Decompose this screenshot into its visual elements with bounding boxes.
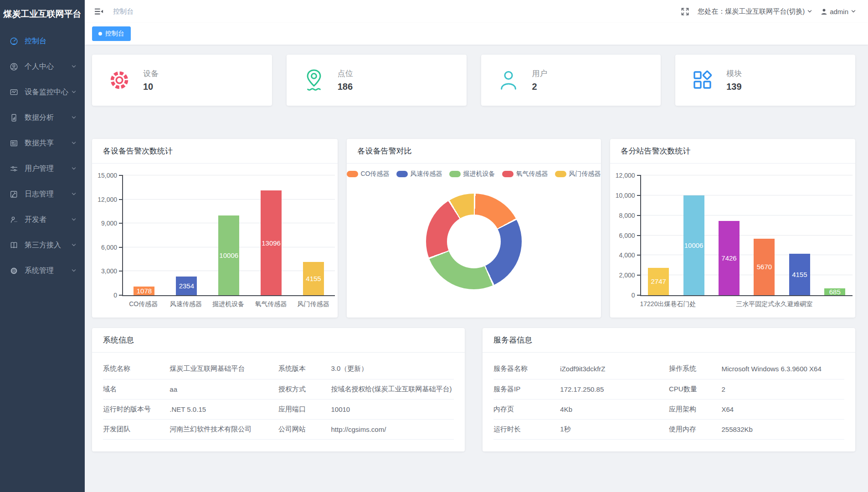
substation-alarm-bar-chart: 02,0004,0006,0008,00010,00012,0002747100… xyxy=(610,175,856,308)
bar[interactable]: 4155 xyxy=(789,254,810,295)
bar[interactable]: 7426 xyxy=(719,221,740,295)
legend-label: 风门传感器 xyxy=(569,170,601,178)
chevron-down-icon xyxy=(71,166,77,171)
stat-card-modules: 模块139 xyxy=(675,55,855,106)
legend-item[interactable]: 风速传感器 xyxy=(396,170,442,178)
sidebar-item-monitor[interactable]: 设备监控中心 xyxy=(0,79,85,105)
x-axis-slot xyxy=(832,300,853,308)
analysis-icon xyxy=(9,113,18,122)
sidebar-item-label: 数据分析 xyxy=(25,113,71,123)
legend-item[interactable]: 风门传感器 xyxy=(555,170,601,178)
stat-card-value: 186 xyxy=(338,82,353,92)
x-axis-slot: 风速传感器 xyxy=(164,300,207,308)
stat-card-label: 设备 xyxy=(143,68,159,79)
chart-title: 各设备告警对比 xyxy=(347,139,601,164)
sidebar-item-thirdparty[interactable]: 第三方接入 xyxy=(0,232,85,258)
info-label: 内存页 xyxy=(493,399,560,419)
bar-value-label: 4155 xyxy=(306,275,321,282)
donut-ring[interactable] xyxy=(426,194,522,289)
info-label: 运行时长 xyxy=(493,419,560,439)
bar[interactable]: 13096 xyxy=(261,190,282,295)
y-axis-tick-mark xyxy=(637,275,641,276)
sidebar-item-label: 数据共享 xyxy=(25,138,71,148)
sidebar-item-profile[interactable]: 个人中心 xyxy=(0,54,85,79)
info-value: 1秒 xyxy=(560,419,669,439)
username: admin xyxy=(830,8,848,15)
logs-icon xyxy=(9,190,18,199)
sidebar-item-logs[interactable]: 日志管理 xyxy=(0,181,85,207)
info-label: 服务器名称 xyxy=(493,359,560,379)
user-menu[interactable]: admin xyxy=(821,8,856,15)
table-row: 内存页4Kb应用架构X64 xyxy=(493,399,844,419)
bars-group: 274710006742656704155685 xyxy=(641,175,853,295)
card-title: 服务器信息 xyxy=(483,328,855,353)
user-avatar-icon xyxy=(821,8,827,15)
substation-alarm-count-chart-card: 各分站告警次数统计 02,0004,0006,0008,00010,00012,… xyxy=(610,139,856,318)
y-axis-tick-label: 6,000 xyxy=(619,232,635,239)
users-icon xyxy=(9,164,18,173)
legend-swatch-icon xyxy=(396,171,408,177)
bar-value-label: 1078 xyxy=(137,287,152,295)
sidebar-item-label: 系统管理 xyxy=(25,266,71,276)
collapse-menu-icon[interactable] xyxy=(94,7,104,16)
x-axis: 17220出煤巷石门处三水平固定式永久避难硐室 xyxy=(640,300,853,308)
bar[interactable]: 10006 xyxy=(218,215,239,295)
sidebar-item-users[interactable]: 用户管理 xyxy=(0,156,85,181)
x-axis-category-label: 风速传感器 xyxy=(170,300,202,308)
bar-chart: 02,0004,0006,0008,00010,00012,0002747100… xyxy=(610,175,856,308)
y-axis-tick-mark xyxy=(637,295,641,296)
bar[interactable]: 5670 xyxy=(754,239,775,295)
table-row: 系统名称煤炭工业互联网基础平台系统版本3.0（更新） xyxy=(103,359,454,379)
bar[interactable]: 685 xyxy=(824,288,845,295)
stat-card-label: 模块 xyxy=(726,68,742,79)
stat-card-value: 139 xyxy=(726,82,742,92)
tab-console[interactable]: 控制台 xyxy=(92,26,131,41)
x-axis-slot: CO传感器 xyxy=(122,300,164,308)
stat-card-pin: 点位186 xyxy=(287,55,467,106)
x-axis-slot: 风门传感器 xyxy=(292,300,334,308)
sidebar-item-developer[interactable]: 开发者 xyxy=(0,207,85,232)
plot-area: 02,0004,0006,0008,00010,00012,0002747100… xyxy=(640,175,853,296)
bar[interactable]: 4155 xyxy=(303,262,324,295)
legend-label: 氧气传感器 xyxy=(516,170,548,178)
info-value: Microsoft Windows 6.3.9600 X64 xyxy=(721,359,844,379)
fullscreen-icon[interactable] xyxy=(681,7,689,16)
y-axis-tick-mark xyxy=(119,271,123,272)
info-label: 使用内存 xyxy=(669,419,722,439)
y-axis-tick-label: 8,000 xyxy=(619,212,635,219)
sidebar-item-label: 日志管理 xyxy=(25,190,71,199)
sidebar-item-system[interactable]: 系统管理 xyxy=(0,258,85,283)
chevron-down-icon xyxy=(71,115,77,120)
x-axis-category-label: 氧气传感器 xyxy=(255,300,287,308)
x-axis-slot xyxy=(812,300,832,308)
sidebar: 煤炭工业互联网平台 控制台个人中心设备监控中心数据分析数据共享用户管理日志管理开… xyxy=(0,0,85,492)
sidebar-item-analysis[interactable]: 数据分析 xyxy=(0,105,85,130)
x-axis: CO传感器风速传感器掘进机设备氧气传感器风门传感器 xyxy=(122,300,335,308)
sidebar-item-dashboard[interactable]: 控制台 xyxy=(0,28,85,54)
y-axis-tick-label: 3,000 xyxy=(101,267,117,275)
info-value: X64 xyxy=(721,399,844,419)
sidebar-item-share[interactable]: 数据共享 xyxy=(0,130,85,156)
legend-item[interactable]: 氧气传感器 xyxy=(502,170,548,178)
legend-label: 掘进机设备 xyxy=(463,170,495,178)
stat-card-text: 用户2 xyxy=(532,68,548,92)
y-axis-tick-label: 4,000 xyxy=(619,251,635,259)
y-axis-tick-label: 15,000 xyxy=(98,172,117,179)
info-value: http://cgsims.com/ xyxy=(331,419,454,439)
bar[interactable]: 2747 xyxy=(648,268,669,295)
bar[interactable]: 10006 xyxy=(683,195,704,295)
device-alarm-compare-chart-card: 各设备告警对比 CO传感器风速传感器掘进机设备氧气传感器风门传感器 xyxy=(347,139,601,318)
stat-card-label: 点位 xyxy=(338,68,353,79)
developer-icon xyxy=(9,215,18,224)
table-row: 服务器IP172.17.250.85CPU数量2 xyxy=(493,379,844,399)
platform-switcher[interactable]: 您处在：煤炭工业互联网平台(切换) xyxy=(698,7,812,16)
bar[interactable]: 2354 xyxy=(176,277,197,295)
bar-value-label: 2354 xyxy=(179,282,194,290)
legend-item[interactable]: 掘进机设备 xyxy=(449,170,495,178)
table-row: 服务器名称iZodf9it3dckfrZ操作系统Microsoft Window… xyxy=(493,359,844,379)
info-label: 授权方式 xyxy=(278,379,331,399)
profile-icon xyxy=(9,62,18,71)
bar[interactable]: 1078 xyxy=(134,287,154,295)
legend-item[interactable]: CO传感器 xyxy=(347,170,390,178)
y-axis-tick-mark xyxy=(119,295,123,296)
